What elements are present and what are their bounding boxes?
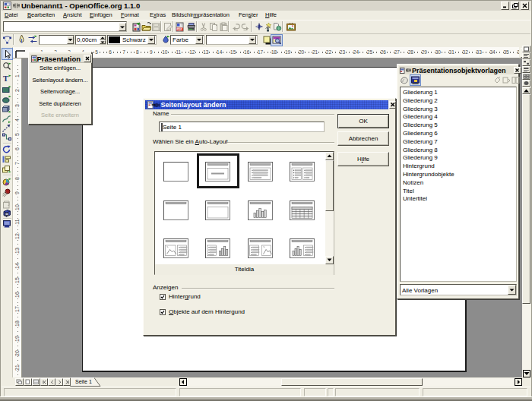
svg-text:PDF: PDF bbox=[176, 28, 182, 31]
svg-text:T: T bbox=[3, 74, 8, 83]
